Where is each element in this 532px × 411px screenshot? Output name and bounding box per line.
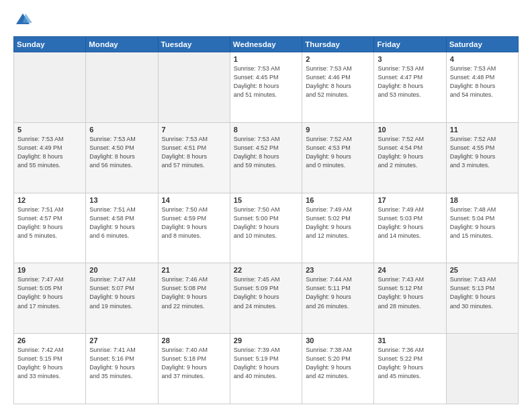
calendar-cell [14, 52, 86, 123]
day-info: Sunrise: 7:51 AM Sunset: 4:57 PM Dayligh… [17, 205, 82, 240]
day-info: Sunrise: 7:51 AM Sunset: 4:58 PM Dayligh… [89, 205, 154, 240]
calendar-cell: 31Sunrise: 7:36 AM Sunset: 5:22 PM Dayli… [374, 334, 446, 404]
calendar-cell [158, 52, 230, 123]
calendar-cell: 21Sunrise: 7:46 AM Sunset: 5:08 PM Dayli… [158, 263, 230, 334]
day-info: Sunrise: 7:52 AM Sunset: 4:53 PM Dayligh… [306, 135, 370, 170]
calendar-cell: 2Sunrise: 7:53 AM Sunset: 4:46 PM Daylig… [302, 52, 374, 123]
calendar-cell: 5Sunrise: 7:53 AM Sunset: 4:49 PM Daylig… [14, 122, 86, 193]
day-info: Sunrise: 7:53 AM Sunset: 4:46 PM Dayligh… [306, 64, 370, 99]
calendar-day-header: Friday [374, 37, 446, 52]
day-info: Sunrise: 7:53 AM Sunset: 4:45 PM Dayligh… [234, 64, 298, 99]
calendar-cell: 28Sunrise: 7:40 AM Sunset: 5:18 PM Dayli… [158, 334, 230, 404]
calendar-cell: 4Sunrise: 7:53 AM Sunset: 4:48 PM Daylig… [446, 52, 518, 123]
calendar-day-header: Thursday [302, 37, 374, 52]
day-info: Sunrise: 7:50 AM Sunset: 4:59 PM Dayligh… [162, 205, 226, 240]
calendar-cell [86, 52, 158, 123]
day-number: 27 [89, 336, 154, 345]
calendar-cell: 3Sunrise: 7:53 AM Sunset: 4:47 PM Daylig… [374, 52, 446, 123]
day-number: 25 [450, 266, 515, 274]
calendar-cell [446, 334, 518, 404]
logo-icon [13, 11, 32, 30]
calendar-table: SundayMondayTuesdayWednesdayThursdayFrid… [13, 36, 519, 404]
day-info: Sunrise: 7:42 AM Sunset: 5:15 PM Dayligh… [17, 346, 82, 381]
day-number: 19 [17, 266, 82, 274]
calendar-day-header: Saturday [446, 37, 518, 52]
calendar-cell: 11Sunrise: 7:52 AM Sunset: 4:55 PM Dayli… [446, 122, 518, 193]
day-number: 2 [306, 55, 370, 63]
day-info: Sunrise: 7:46 AM Sunset: 5:08 PM Dayligh… [162, 275, 226, 310]
day-number: 26 [17, 336, 82, 345]
page: SundayMondayTuesdayWednesdayThursdayFrid… [0, 0, 532, 411]
day-info: Sunrise: 7:49 AM Sunset: 5:03 PM Dayligh… [378, 205, 442, 240]
day-number: 31 [378, 336, 442, 345]
day-number: 12 [17, 196, 82, 204]
day-info: Sunrise: 7:53 AM Sunset: 4:50 PM Dayligh… [89, 135, 154, 170]
day-info: Sunrise: 7:44 AM Sunset: 5:11 PM Dayligh… [306, 275, 370, 310]
calendar-cell: 26Sunrise: 7:42 AM Sunset: 5:15 PM Dayli… [14, 334, 86, 404]
day-info: Sunrise: 7:47 AM Sunset: 5:05 PM Dayligh… [17, 275, 82, 310]
day-info: Sunrise: 7:49 AM Sunset: 5:02 PM Dayligh… [306, 205, 370, 240]
day-number: 1 [234, 55, 298, 63]
day-number: 30 [306, 336, 370, 345]
day-info: Sunrise: 7:40 AM Sunset: 5:18 PM Dayligh… [162, 346, 226, 381]
day-info: Sunrise: 7:43 AM Sunset: 5:12 PM Dayligh… [378, 275, 442, 310]
day-number: 6 [89, 126, 154, 134]
calendar-cell: 25Sunrise: 7:43 AM Sunset: 5:13 PM Dayli… [446, 263, 518, 334]
header [13, 11, 519, 30]
day-number: 4 [450, 55, 515, 63]
calendar-week-row: 5Sunrise: 7:53 AM Sunset: 4:49 PM Daylig… [14, 122, 519, 193]
day-number: 23 [306, 266, 370, 274]
calendar-week-row: 19Sunrise: 7:47 AM Sunset: 5:05 PM Dayli… [14, 263, 519, 334]
calendar-cell: 1Sunrise: 7:53 AM Sunset: 4:45 PM Daylig… [230, 52, 302, 123]
calendar-cell: 14Sunrise: 7:50 AM Sunset: 4:59 PM Dayli… [158, 193, 230, 263]
svg-marker-1 [23, 13, 32, 23]
day-info: Sunrise: 7:39 AM Sunset: 5:19 PM Dayligh… [234, 346, 298, 381]
day-number: 14 [162, 196, 226, 204]
calendar-cell: 29Sunrise: 7:39 AM Sunset: 5:19 PM Dayli… [230, 334, 302, 404]
day-info: Sunrise: 7:36 AM Sunset: 5:22 PM Dayligh… [378, 346, 442, 381]
day-number: 15 [234, 196, 298, 204]
logo [13, 11, 35, 30]
day-info: Sunrise: 7:43 AM Sunset: 5:13 PM Dayligh… [450, 275, 515, 310]
day-number: 7 [162, 126, 226, 134]
calendar-cell: 18Sunrise: 7:48 AM Sunset: 5:04 PM Dayli… [446, 193, 518, 263]
calendar-cell: 7Sunrise: 7:53 AM Sunset: 4:51 PM Daylig… [158, 122, 230, 193]
day-number: 21 [162, 266, 226, 274]
calendar-day-header: Monday [86, 37, 158, 52]
day-number: 17 [378, 196, 442, 204]
day-number: 28 [162, 336, 226, 345]
calendar-cell: 19Sunrise: 7:47 AM Sunset: 5:05 PM Dayli… [14, 263, 86, 334]
day-number: 24 [378, 266, 442, 274]
day-info: Sunrise: 7:38 AM Sunset: 5:20 PM Dayligh… [306, 346, 370, 381]
calendar-cell: 9Sunrise: 7:52 AM Sunset: 4:53 PM Daylig… [302, 122, 374, 193]
day-info: Sunrise: 7:52 AM Sunset: 4:55 PM Dayligh… [450, 135, 515, 170]
calendar-cell: 8Sunrise: 7:53 AM Sunset: 4:52 PM Daylig… [230, 122, 302, 193]
calendar-cell: 6Sunrise: 7:53 AM Sunset: 4:50 PM Daylig… [86, 122, 158, 193]
calendar-cell: 23Sunrise: 7:44 AM Sunset: 5:11 PM Dayli… [302, 263, 374, 334]
day-number: 20 [89, 266, 154, 274]
calendar-week-row: 26Sunrise: 7:42 AM Sunset: 5:15 PM Dayli… [14, 334, 519, 404]
day-number: 11 [450, 126, 515, 134]
calendar-cell: 27Sunrise: 7:41 AM Sunset: 5:16 PM Dayli… [86, 334, 158, 404]
day-info: Sunrise: 7:52 AM Sunset: 4:54 PM Dayligh… [378, 135, 442, 170]
day-number: 5 [17, 126, 82, 134]
calendar-cell: 16Sunrise: 7:49 AM Sunset: 5:02 PM Dayli… [302, 193, 374, 263]
calendar-week-row: 12Sunrise: 7:51 AM Sunset: 4:57 PM Dayli… [14, 193, 519, 263]
day-info: Sunrise: 7:53 AM Sunset: 4:47 PM Dayligh… [378, 64, 442, 99]
calendar-day-header: Tuesday [158, 37, 230, 52]
day-number: 16 [306, 196, 370, 204]
day-info: Sunrise: 7:48 AM Sunset: 5:04 PM Dayligh… [450, 205, 515, 240]
day-number: 22 [234, 266, 298, 274]
calendar-cell: 20Sunrise: 7:47 AM Sunset: 5:07 PM Dayli… [86, 263, 158, 334]
day-number: 10 [378, 126, 442, 134]
calendar-cell: 24Sunrise: 7:43 AM Sunset: 5:12 PM Dayli… [374, 263, 446, 334]
day-number: 13 [89, 196, 154, 204]
calendar-cell: 10Sunrise: 7:52 AM Sunset: 4:54 PM Dayli… [374, 122, 446, 193]
day-number: 29 [234, 336, 298, 345]
day-info: Sunrise: 7:53 AM Sunset: 4:49 PM Dayligh… [17, 135, 82, 170]
calendar-cell: 12Sunrise: 7:51 AM Sunset: 4:57 PM Dayli… [14, 193, 86, 263]
day-number: 3 [378, 55, 442, 63]
calendar-cell: 17Sunrise: 7:49 AM Sunset: 5:03 PM Dayli… [374, 193, 446, 263]
day-number: 18 [450, 196, 515, 204]
day-number: 9 [306, 126, 370, 134]
